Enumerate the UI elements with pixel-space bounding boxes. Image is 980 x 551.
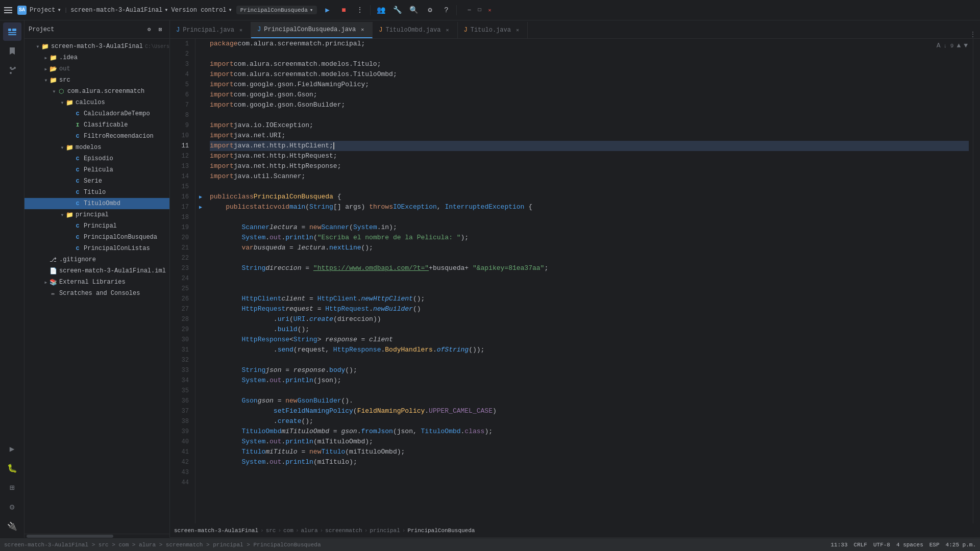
sidebar-settings-icon[interactable]: ⚙ [3, 498, 21, 516]
sidebar-git-icon[interactable] [3, 61, 21, 80]
project-name-dropdown[interactable]: screen-match-3-Aula1Final ▾ [70, 6, 168, 14]
tree-item-principal-class[interactable]: C Principal [24, 220, 169, 232]
panel-header: Project ⚙ ⊠ [24, 20, 169, 39]
tab-close-icon[interactable]: ✕ [237, 27, 244, 34]
version-control-button[interactable]: Version control ▾ [172, 6, 232, 14]
tree-item-package[interactable]: ▼ ⬡ com.alura.screenmatch [24, 86, 169, 97]
tree-item-titulo[interactable]: C Titulo [24, 187, 169, 198]
tree-item-episodio[interactable]: C Episodio [24, 153, 169, 164]
gutter-33 [195, 365, 206, 375]
gutter-35 [195, 386, 206, 396]
code-line-14: import java.util.Scanner; [210, 171, 969, 182]
settings-icon[interactable]: ⚙ [424, 4, 436, 16]
breadcrumb-root[interactable]: screen-match-3-Aula1Final [174, 528, 258, 534]
gutter-27 [195, 304, 206, 314]
code-line-9: import java.io.IOException; [210, 120, 969, 131]
gutter-23 [195, 263, 206, 273]
breadcrumb-screenmatch[interactable]: screenmatch [325, 528, 362, 534]
tree-item-filtro[interactable]: C FiltroRecomendacion [24, 131, 169, 142]
sidebar-run-icon[interactable]: ▶ [3, 440, 21, 458]
gutter-30 [195, 335, 206, 345]
tree-item-principal-busqueda[interactable]: C PrincipalConBusqueda [24, 232, 169, 243]
tree-item-clasificable[interactable]: I Clasificable [24, 119, 169, 131]
line-num-21: 21 [174, 243, 191, 253]
panel-gear-icon[interactable]: ⚙ [144, 24, 154, 35]
tree-item-out[interactable]: ▶ 📂 out [24, 63, 169, 74]
tab-titulo-ombd[interactable]: J TituloOmbd.java ✕ [373, 22, 457, 38]
code-line-40: System.out.println(miTituloOmbd); [210, 437, 969, 447]
code-line-3: import com.alura.screenmatch.modelos.Tit… [210, 59, 969, 69]
scroll-up-button[interactable]: ▲ [957, 42, 961, 49]
sidebar-debug-icon[interactable]: 🐛 [3, 459, 21, 478]
status-esp: ESP [929, 542, 940, 548]
gutter-run-16[interactable]: ▶ [195, 192, 206, 202]
sidebar-terminal-icon[interactable]: ⊞ [3, 479, 21, 497]
tree-item-principal-listas[interactable]: C PrincipalConListas [24, 243, 169, 254]
run-config-dropdown[interactable]: PrincipalConBusqueda ▾ [236, 6, 317, 14]
code-line-37: setFieldNamingPolicy(FieldNamingPolicy.U… [210, 406, 969, 416]
tree-root[interactable]: ▼ 📁 screen-match-3-Aula1Final C:\Users\w… [24, 41, 169, 52]
tab-principal[interactable]: J Principal.java ✕ [170, 22, 251, 38]
search-everywhere-icon[interactable]: 🔍 [407, 4, 420, 16]
tabs-overflow-button[interactable]: ⋮ [966, 31, 980, 38]
help-icon[interactable]: ? [440, 4, 452, 16]
sidebar-bookmark-icon[interactable] [3, 42, 21, 60]
gutter-15 [195, 182, 206, 192]
tree-item-serie[interactable]: C Serie [24, 176, 169, 187]
people-icon[interactable]: 👥 [375, 4, 387, 16]
tab-principal-busqueda[interactable]: J PrincipalConBusqueda.java ✕ [251, 22, 373, 38]
breadcrumb-src[interactable]: src [266, 528, 276, 534]
tree-item-gitignore[interactable]: ⎇ .gitignore [24, 254, 169, 265]
status-time: 4:25 p.m. [946, 542, 976, 548]
tree-item-idea[interactable]: ▶ 📁 .idea [24, 52, 169, 63]
tab-close-active-icon[interactable]: ✕ [359, 26, 366, 33]
tree-item-scratches[interactable]: ✏ Scratches and Consoles [24, 288, 169, 299]
tree-item-iml[interactable]: 📄 screen-match-3-Aula1Final.iml [24, 265, 169, 277]
tree-item-principal-pkg[interactable]: ▼ 📁 principal [24, 209, 169, 220]
line-num-26: 26 [174, 294, 191, 304]
tab-close-3-icon[interactable]: ✕ [514, 27, 521, 34]
gutter-run-17[interactable]: ▶ [195, 202, 206, 212]
sidebar-plugin-icon[interactable]: 🔌 [3, 517, 21, 536]
code-area[interactable]: package com.alura.screenmatch.principal;… [206, 39, 973, 523]
close-button[interactable]: ✕ [485, 6, 494, 14]
tab-orange-java-icon-2: J [464, 27, 468, 34]
tab-titulo[interactable]: J Titulo.java ✕ [458, 22, 528, 38]
tree-item-calculadora[interactable]: C CalculadoraDeTempo [24, 108, 169, 119]
more-button[interactable]: ⋮ [354, 4, 366, 16]
code-line-33: String json = response.body(); [210, 365, 969, 375]
tree-item-calculos[interactable]: ▼ 📁 calculos [24, 97, 169, 108]
svg-rect-2 [8, 34, 16, 35]
tree-item-modelos[interactable]: ▼ 📁 modelos [24, 142, 169, 153]
breadcrumb-com[interactable]: com [283, 528, 293, 534]
code-line-1: package com.alura.screenmatch.principal; [210, 39, 969, 49]
wrench-icon[interactable]: 🔧 [391, 4, 403, 16]
code-line-44 [210, 478, 969, 488]
tree-item-external-libs[interactable]: ▶ 📚 External Libraries [24, 277, 169, 288]
panel-expand-icon[interactable]: ⊠ [155, 24, 165, 35]
code-line-30: HttpResponse<String> response = client [210, 335, 969, 345]
gutter-39 [195, 427, 206, 437]
code-line-7: import com.google.gson.GsonBuilder; [210, 100, 969, 110]
breadcrumb-alura[interactable]: alura [301, 528, 317, 534]
tab-close-2-icon[interactable]: ✕ [444, 27, 451, 34]
tree-item-src[interactable]: ▼ 📁 src [24, 74, 169, 86]
sidebar-project-icon[interactable] [3, 22, 21, 41]
tree-item-pelicula[interactable]: C Pelicula [24, 164, 169, 176]
minimize-button[interactable]: — [465, 6, 473, 14]
status-line-col[interactable]: 11:33 [831, 542, 848, 548]
run-button[interactable]: ▶ [321, 4, 333, 16]
status-encoding[interactable]: UTF-8 [873, 542, 890, 548]
breadcrumb-principal[interactable]: principal [370, 528, 400, 534]
panel-scrollbar[interactable] [24, 534, 169, 538]
status-indent[interactable]: 4 spaces [896, 542, 923, 548]
maximize-button[interactable]: □ [475, 6, 483, 14]
stop-button[interactable]: ■ [337, 4, 350, 16]
status-line-ending[interactable]: CRLF [854, 542, 867, 548]
app-menu-icon[interactable] [4, 5, 14, 15]
scroll-down-button[interactable]: ▼ [964, 42, 968, 49]
breadcrumb-class[interactable]: PrincipalConBusqueda [407, 528, 475, 534]
gutter-31 [195, 345, 206, 355]
tree-item-titulo-ombd[interactable]: C TituloOmbd [24, 198, 169, 209]
project-dropdown[interactable]: Project ▾ [30, 6, 61, 14]
